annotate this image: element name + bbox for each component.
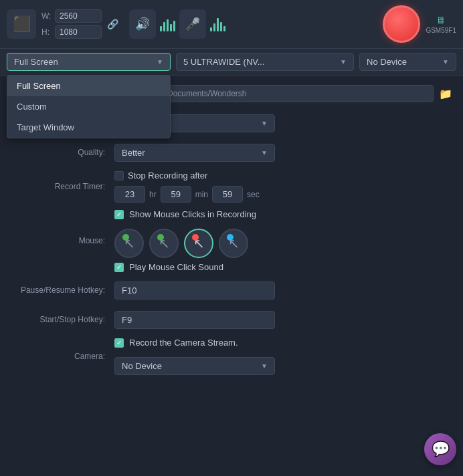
quality-value: Better: [122, 148, 145, 158]
timer-label: Record Timer:: [11, 182, 114, 191]
stop-after-checkbox[interactable]: [114, 171, 124, 181]
click-icon-buttons: ↖ ↖ ↖: [114, 229, 248, 258]
chevron-down-icon: ▼: [157, 58, 163, 66]
capture-mode-dropdown[interactable]: Full Screen ▼: [7, 53, 171, 71]
pause-hotkey-control: [114, 281, 452, 300]
width-label: W:: [41, 11, 52, 21]
startstop-hotkey-control: [114, 311, 452, 329]
min-label: min: [195, 190, 208, 199]
monitor-icon-sm: 🖥: [436, 15, 446, 25]
camera-device-value: No Device: [122, 361, 162, 371]
chevron-down-icon-2: ▼: [340, 58, 347, 66]
speaker-icon: 🔊: [135, 17, 150, 31]
stop-after-label: Stop Recording after: [128, 170, 207, 181]
record-camera-checkbox[interactable]: ✓: [114, 338, 124, 348]
camera-label: Camera:: [11, 352, 114, 361]
monitor-icon: ⬛: [7, 9, 36, 39]
quality-label: Quality:: [11, 148, 114, 157]
top-bar: ⬛ W: H: 🔗 🔊 🎤: [0, 0, 463, 49]
resolution-inputs: W: H:: [41, 9, 102, 39]
quality-row: Quality: Better ▼: [11, 141, 452, 164]
pause-hotkey-input[interactable]: [114, 281, 275, 300]
menu-item-fullscreen[interactable]: Full Screen: [7, 76, 170, 96]
chevron-down-icon-5: ▼: [261, 149, 268, 156]
height-label: H:: [41, 27, 52, 37]
record-camera-label: Record the Camera Stream.: [129, 338, 238, 348]
audio-dropdown[interactable]: No Device ▼: [359, 53, 456, 71]
mic-icon: 🎤: [185, 17, 200, 31]
startstop-hotkey-row: Start/Stop Hotkey:: [11, 308, 452, 331]
quality-dropdown[interactable]: Better ▼: [114, 144, 275, 162]
capture-mode-menu: Full Screen Custom Target Window: [7, 75, 171, 138]
click-blue-btn[interactable]: ↖: [219, 229, 248, 258]
camera-row: Camera: ✓ Record the Camera Stream. No D…: [11, 338, 452, 375]
timer-inputs-row: hr min sec: [114, 186, 260, 203]
startstop-hotkey-input[interactable]: [114, 311, 275, 329]
monitor-value: 5 ULTRAWIDE (NV...: [183, 57, 265, 67]
width-input[interactable]: [55, 9, 102, 23]
height-input[interactable]: [55, 25, 102, 39]
chat-icon: 💬: [432, 441, 450, 458]
green-dot-1: [122, 234, 129, 241]
timer-min-input[interactable]: [161, 186, 191, 203]
record-camera-row: ✓ Record the Camera Stream.: [114, 338, 238, 348]
menu-item-custom[interactable]: Custom: [7, 96, 170, 117]
speaker-bars: [160, 17, 175, 31]
mouse-row: Mouse: ✓ Show Mouse Clicks in Recording …: [11, 209, 452, 272]
mic-bars: [210, 17, 225, 31]
stop-after-row: Stop Recording after: [114, 170, 207, 181]
mouse-label: Mouse:: [11, 236, 114, 245]
timer-row: Record Timer: Stop Recording after hr mi…: [11, 170, 452, 203]
link-icon[interactable]: 🔗: [107, 19, 118, 29]
chevron-down-icon-4: ▼: [261, 120, 268, 127]
timer-control: Stop Recording after hr min sec: [114, 170, 452, 203]
timer-sec-input[interactable]: [212, 186, 243, 203]
play-click-sound-row: ✓ Play Mouse Click Sound: [114, 262, 223, 272]
show-mouse-clicks-row: ✓ Show Mouse Clicks in Recording: [114, 209, 256, 219]
monitor-dropdown[interactable]: 5 ULTRAWIDE (NV... ▼: [176, 53, 354, 71]
mouse-control: ✓ Show Mouse Clicks in Recording ↖ ↖: [114, 209, 452, 272]
capture-mode-value: Full Screen: [14, 57, 58, 67]
timer-hr-input[interactable]: [114, 186, 145, 203]
red-dot: [192, 234, 199, 241]
mic-btn[interactable]: 🎤: [179, 9, 206, 39]
hr-label: hr: [149, 190, 157, 199]
sec-label: sec: [247, 190, 260, 199]
media-controls: 🔊 🎤: [129, 9, 225, 39]
camera-control: ✓ Record the Camera Stream. No Device ▼: [114, 338, 452, 375]
quality-control: Better ▼: [114, 144, 452, 162]
speaker-btn[interactable]: 🔊: [129, 9, 156, 39]
show-mouse-clicks-checkbox[interactable]: ✓: [114, 210, 124, 219]
click-green-2-btn[interactable]: ↖: [149, 229, 179, 258]
menu-item-targetwindow[interactable]: Target Window: [7, 117, 170, 138]
play-click-sound-checkbox[interactable]: ✓: [114, 263, 124, 272]
folder-icon[interactable]: 📁: [439, 88, 452, 100]
audio-value: No Device: [367, 57, 407, 67]
green-dot-2: [157, 234, 164, 241]
monitor-name: GSM59F1: [426, 27, 456, 34]
startstop-hotkey-label: Start/Stop Hotkey:: [11, 315, 114, 324]
click-green-btn[interactable]: ↖: [114, 229, 144, 258]
pause-hotkey-label: Pause/Resume Hotkey:: [11, 285, 114, 295]
camera-device-dropdown[interactable]: No Device ▼: [114, 357, 275, 375]
dropdown-row: Full Screen ▼ 5 ULTRAWIDE (NV... ▼ No De…: [0, 49, 463, 76]
chat-bubble[interactable]: 💬: [424, 433, 456, 465]
click-red-btn[interactable]: ↖: [184, 229, 213, 258]
show-mouse-clicks-label: Show Mouse Clicks in Recording: [129, 209, 256, 219]
record-button[interactable]: [383, 5, 420, 43]
chevron-down-icon-3: ▼: [442, 58, 449, 66]
play-click-sound-label: Play Mouse Click Sound: [129, 262, 223, 272]
pause-hotkey-row: Pause/Resume Hotkey:: [11, 279, 452, 302]
blue-dot: [227, 234, 234, 241]
chevron-down-icon-6: ▼: [261, 362, 268, 370]
